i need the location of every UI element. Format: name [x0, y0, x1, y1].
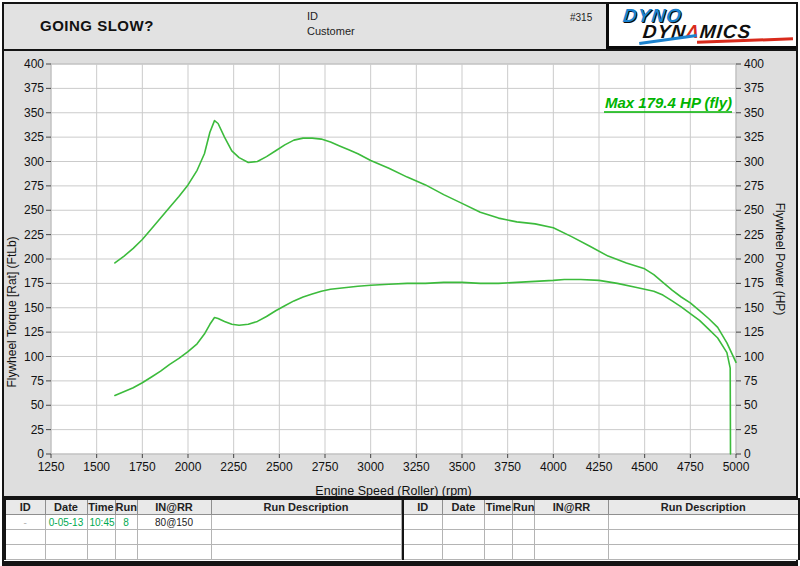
chart-area: 0025255050757510010012512515015017517520…	[4, 51, 796, 498]
col-description: Run Description	[609, 499, 799, 515]
ytick-label-right: 225	[744, 228, 764, 242]
col-time: Time	[485, 499, 513, 515]
ytick-label-right: 75	[744, 374, 758, 388]
ytick-label-left: 400	[24, 57, 44, 71]
xtick-label: 2500	[266, 460, 293, 474]
col-date: Date	[45, 499, 87, 515]
ytick-label-left: 50	[31, 398, 45, 412]
ytick-label-right: 375	[744, 81, 764, 95]
col-run: Run	[513, 499, 535, 515]
ytick-label-right: 350	[744, 106, 764, 120]
xtick-label: 5000	[723, 460, 750, 474]
run-description-cell[interactable]	[211, 515, 401, 530]
ytick-label-right: 275	[744, 179, 764, 193]
runs-table-right: ID Date Time Run IN@RR Run Description	[402, 498, 800, 560]
ytick-label-left: 175	[24, 276, 44, 290]
table-header-row: ID Date Time Run IN@RR Run Description	[403, 499, 799, 515]
xtick-label: 1750	[129, 460, 156, 474]
ytick-label-left: 375	[24, 81, 44, 95]
xtick-label: 3000	[357, 460, 384, 474]
ytick-label-left: 250	[24, 203, 44, 217]
ytick-label-right: 50	[744, 398, 758, 412]
col-id: ID	[5, 499, 45, 515]
xtick-label: 3500	[449, 460, 476, 474]
ytick-label-left: 150	[24, 301, 44, 315]
run-number-cell[interactable]: 8	[115, 515, 137, 530]
ytick-label-right: 400	[744, 57, 764, 71]
x-axis-title: Engine Speed (Roller) (rpm)	[315, 484, 471, 496]
empty-run-row	[5, 545, 401, 560]
col-time: Time	[87, 499, 115, 515]
empty-run-row	[403, 530, 799, 545]
dyno-report-page: GOING SLOW? ID Customer #315 DYNO DYNΛMI…	[2, 2, 798, 566]
max-power-annotation: Max 179.4 HP (fly)	[605, 94, 732, 111]
col-run: Run	[115, 499, 137, 515]
ytick-label-right: 250	[744, 203, 764, 217]
col-date: Date	[443, 499, 485, 515]
xtick-label: 4250	[586, 460, 613, 474]
xtick-label: 4750	[677, 460, 704, 474]
id-customer-block: ID Customer	[307, 9, 355, 39]
ytick-label-left: 75	[31, 374, 45, 388]
ytick-label-right: 200	[744, 252, 764, 266]
ytick-label-right: 325	[744, 130, 764, 144]
dyno-dynamics-logo: DYNO DYNΛMICS	[606, 4, 796, 49]
ytick-label-left: 225	[24, 228, 44, 242]
xtick-label: 4500	[631, 460, 658, 474]
table-header-row: ID Date Time Run IN@RR Run Description	[5, 499, 401, 515]
run-id-cell[interactable]: -	[5, 515, 45, 530]
run-inrr-cell[interactable]: 80@150	[137, 515, 211, 530]
run-date-cell[interactable]: 0-05-13	[45, 515, 87, 530]
id-label: ID	[307, 9, 355, 24]
xtick-label: 4000	[540, 460, 567, 474]
col-id: ID	[403, 499, 443, 515]
ytick-label-right: 175	[744, 276, 764, 290]
dyno-chart: 0025255050757510010012512515015017517520…	[4, 51, 796, 496]
xtick-label: 1500	[83, 460, 110, 474]
xtick-label: 2750	[312, 460, 339, 474]
report-number: #315	[570, 12, 592, 23]
col-inrr: IN@RR	[137, 499, 211, 515]
ytick-label-left: 125	[24, 325, 44, 339]
ytick-label-left: 325	[24, 130, 44, 144]
ytick-label-right: 300	[744, 155, 764, 169]
report-header: GOING SLOW? ID Customer #315 DYNO DYNΛMI…	[4, 4, 796, 51]
xtick-label: 3750	[494, 460, 521, 474]
ytick-label-right: 125	[744, 325, 764, 339]
ytick-label-left: 275	[24, 179, 44, 193]
customer-label: Customer	[307, 24, 355, 39]
ytick-label-left: 300	[24, 155, 44, 169]
empty-run-row	[5, 530, 401, 545]
xtick-label: 2000	[175, 460, 202, 474]
y-axis-title-left: Flywheel Torque [Rat] (FtLb)	[5, 236, 19, 387]
ytick-label-right: 25	[744, 423, 758, 437]
ytick-label-right: 100	[744, 350, 764, 364]
empty-run-row	[403, 545, 799, 560]
col-inrr: IN@RR	[535, 499, 609, 515]
ytick-label-left: 100	[24, 350, 44, 364]
run-row[interactable]: - 0-05-13 10:45:13 8 80@150	[5, 515, 401, 530]
ytick-label-left: 25	[31, 423, 45, 437]
empty-run-row	[403, 515, 799, 530]
xtick-label: 3250	[403, 460, 430, 474]
runs-table: ID Date Time Run IN@RR Run Description -…	[4, 498, 796, 560]
runs-table-left: ID Date Time Run IN@RR Run Description -…	[4, 498, 402, 560]
ytick-label-right: 0	[744, 447, 751, 461]
ytick-label-left: 200	[24, 252, 44, 266]
ytick-label-right: 150	[744, 301, 764, 315]
page-title: GOING SLOW?	[40, 17, 154, 34]
col-description: Run Description	[211, 499, 401, 515]
y-axis-title-right: Flywheel Power (HP)	[773, 203, 787, 316]
run-time-cell[interactable]: 10:45:13	[87, 515, 115, 530]
xtick-label: 2250	[220, 460, 247, 474]
ytick-label-left: 0	[37, 447, 44, 461]
ytick-label-left: 350	[24, 106, 44, 120]
xtick-label: 1250	[38, 460, 65, 474]
